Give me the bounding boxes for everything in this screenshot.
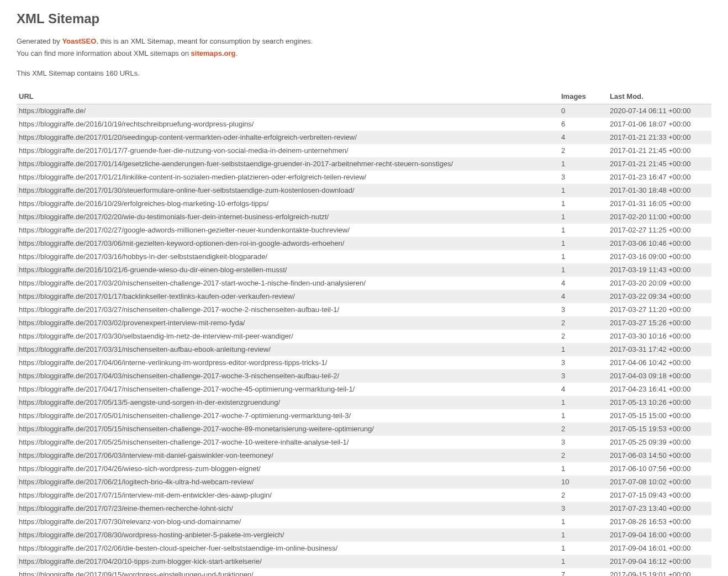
- sitemap-url-link[interactable]: https://bloggiraffe.de/2017/04/20/10-tip…: [19, 557, 262, 566]
- table-row: https://bloggiraffe.de/2017/04/20/10-tip…: [17, 555, 711, 568]
- table-row: https://bloggiraffe.de/2017/06/21/logite…: [17, 475, 711, 489]
- images-cell: 2: [559, 422, 608, 436]
- sitemap-table: URL Images Last Mod. https://bloggiraffe…: [17, 89, 711, 576]
- lastmod-cell: 2017-02-27 11:25 +00:00: [608, 224, 711, 237]
- table-row: https://bloggiraffe.de/2017/01/21/linkil…: [17, 171, 711, 184]
- images-cell: 1: [559, 197, 608, 210]
- table-row: https://bloggiraffe.de/2017/04/06/intern…: [17, 356, 711, 369]
- col-lastmod: Last Mod.: [608, 89, 711, 104]
- sitemap-url-link[interactable]: https://bloggiraffe.de/2016/10/29/erfolg…: [19, 199, 268, 208]
- images-cell: 7: [559, 568, 608, 576]
- sitemap-url-link[interactable]: https://bloggiraffe.de/2017/01/30/steuer…: [19, 186, 355, 194]
- sitemap-url-link[interactable]: https://bloggiraffe.de/2017/03/20/nische…: [19, 279, 366, 287]
- sitemap-url-link[interactable]: https://bloggiraffe.de/2017/06/03/interv…: [19, 451, 273, 459]
- lastmod-cell: 2017-01-31 16:05 +00:00: [608, 197, 711, 210]
- intro-prefix: Generated by: [17, 37, 62, 45]
- sitemap-url-link[interactable]: https://bloggiraffe.de/2017/03/06/mit-ge…: [19, 239, 344, 247]
- sitemap-url-link[interactable]: https://bloggiraffe.de/2017/07/23/eine-t…: [19, 504, 233, 512]
- sitemap-url-link[interactable]: https://bloggiraffe.de/2017/02/06/die-be…: [19, 544, 337, 552]
- sitemap-url-link[interactable]: https://bloggiraffe.de/2017/06/21/logite…: [19, 478, 254, 486]
- sitemap-url-link[interactable]: https://bloggiraffe.de/2017/04/06/intern…: [19, 358, 327, 367]
- images-cell: 1: [559, 396, 608, 409]
- lastmod-cell: 2017-01-30 18:48 +00:00: [608, 184, 711, 197]
- table-row: https://bloggiraffe.de/2017/01/14/gesetz…: [17, 157, 711, 171]
- images-cell: 3: [559, 356, 608, 369]
- lastmod-cell: 2017-01-21 21:45 +00:00: [608, 157, 711, 171]
- lastmod-cell: 2017-01-21 21:33 +00:00: [608, 131, 711, 144]
- images-cell: 3: [559, 436, 608, 449]
- lastmod-cell: 2017-05-25 09:39 +00:00: [608, 436, 711, 449]
- sitemap-url-link[interactable]: https://bloggiraffe.de/2017/03/27/nische…: [19, 305, 339, 314]
- table-row: https://bloggiraffe.de/2017/05/15/nische…: [17, 422, 711, 436]
- table-row: https://bloggiraffe.de/2017/04/03/nische…: [17, 369, 711, 383]
- table-row: https://bloggiraffe.de/2017/02/20/wie-du…: [17, 210, 711, 224]
- table-row: https://bloggiraffe.de/2017/03/20/nische…: [17, 277, 711, 290]
- sitemaps-org-link[interactable]: sitemaps.org: [191, 49, 236, 57]
- sitemap-url-link[interactable]: https://bloggiraffe.de/2017/05/01/nische…: [19, 411, 351, 420]
- lastmod-cell: 2017-02-20 11:00 +00:00: [608, 210, 711, 224]
- lastmod-cell: 2017-09-15 19:01 +00:00: [608, 568, 711, 576]
- sitemap-url-link[interactable]: https://bloggiraffe.de/2017/01/17/7-grue…: [19, 146, 349, 155]
- sitemap-url-link[interactable]: https://bloggiraffe.de/2017/04/03/nische…: [19, 372, 339, 380]
- lastmod-cell: 2017-05-13 10:26 +00:00: [608, 396, 711, 409]
- table-row: https://bloggiraffe.de/2017/03/06/mit-ge…: [17, 237, 711, 250]
- lastmod-cell: 2017-09-04 16:01 +00:00: [608, 542, 711, 555]
- sitemap-url-link[interactable]: https://bloggiraffe.de/2017/05/15/nische…: [19, 425, 374, 433]
- images-cell: 0: [559, 104, 608, 118]
- lastmod-cell: 2017-05-15 15:00 +00:00: [608, 409, 711, 422]
- lastmod-cell: 2017-08-26 16:53 +00:00: [608, 515, 711, 529]
- sitemap-url-link[interactable]: https://bloggiraffe.de/2017/07/30/releva…: [19, 517, 241, 526]
- table-row: https://bloggiraffe.de/2017/01/30/steuer…: [17, 184, 711, 197]
- table-row: https://bloggiraffe.de/2016/10/29/erfolg…: [17, 197, 711, 210]
- sitemap-url-link[interactable]: https://bloggiraffe.de/2017/09/15/wordpr…: [19, 570, 254, 576]
- table-row: https://bloggiraffe.de/2017/03/30/selbst…: [17, 330, 711, 343]
- lastmod-cell: 2017-03-06 10:46 +00:00: [608, 237, 711, 250]
- sitemap-url-link[interactable]: https://bloggiraffe.de/2017/03/02/proven…: [19, 319, 245, 327]
- images-cell: 1: [559, 409, 608, 422]
- intro-line1-rest: , this is an XML Sitemap, meant for cons…: [96, 37, 313, 45]
- images-cell: 3: [559, 369, 608, 383]
- sitemap-url-link[interactable]: https://bloggiraffe.de/: [19, 107, 86, 115]
- lastmod-cell: 2017-03-16 09:00 +00:00: [608, 250, 711, 263]
- sitemap-url-link[interactable]: https://bloggiraffe.de/2017/05/13/5-aeng…: [19, 398, 280, 406]
- lastmod-cell: 2017-03-19 11:43 +00:00: [608, 263, 711, 277]
- table-row: https://bloggiraffe.de/2017/05/13/5-aeng…: [17, 396, 711, 409]
- lastmod-cell: 2017-07-23 13:40 +00:00: [608, 502, 711, 515]
- lastmod-cell: 2017-03-22 09:34 +00:00: [608, 290, 711, 303]
- sitemap-url-link[interactable]: https://bloggiraffe.de/2017/04/17/nische…: [19, 385, 355, 393]
- table-row: https://bloggiraffe.de/2017/07/15/interv…: [17, 489, 711, 502]
- sitemap-url-link[interactable]: https://bloggiraffe.de/2017/01/17/backli…: [19, 292, 295, 300]
- sitemap-url-link[interactable]: https://bloggiraffe.de/2017/05/25/nische…: [19, 438, 349, 446]
- sitemap-url-link[interactable]: https://bloggiraffe.de/2017/01/21/linkil…: [19, 173, 366, 181]
- table-row: https://bloggiraffe.de/2017/03/16/hobbys…: [17, 250, 711, 263]
- intro-line-2: You can find more information about XML …: [17, 49, 711, 59]
- sitemap-url-link[interactable]: https://bloggiraffe.de/2017/08/30/wordpr…: [19, 531, 284, 539]
- table-row: https://bloggiraffe.de/2017/03/27/nische…: [17, 303, 711, 316]
- table-row: https://bloggiraffe.de/2016/10/19/rechts…: [17, 118, 711, 131]
- lastmod-cell: 2017-04-06 10:42 +00:00: [608, 356, 711, 369]
- images-cell: 4: [559, 277, 608, 290]
- lastmod-cell: 2017-09-04 16:12 +00:00: [608, 555, 711, 568]
- sitemap-url-link[interactable]: https://bloggiraffe.de/2017/03/31/nische…: [19, 345, 271, 353]
- lastmod-cell: 2017-01-23 16:47 +00:00: [608, 171, 711, 184]
- col-url: URL: [17, 89, 559, 104]
- sitemap-url-link[interactable]: https://bloggiraffe.de/2017/04/26/wieso-…: [19, 464, 261, 473]
- images-cell: 10: [559, 475, 608, 489]
- lastmod-cell: 2017-06-03 14:50 +00:00: [608, 449, 711, 462]
- sitemap-url-link[interactable]: https://bloggiraffe.de/2016/10/21/6-grue…: [19, 266, 287, 274]
- lastmod-cell: 2017-03-30 10:16 +00:00: [608, 330, 711, 343]
- sitemap-url-link[interactable]: https://bloggiraffe.de/2017/03/16/hobbys…: [19, 252, 267, 261]
- sitemap-url-link[interactable]: https://bloggiraffe.de/2017/02/27/google…: [19, 226, 350, 234]
- table-row: https://bloggiraffe.de/2017/08/30/wordpr…: [17, 529, 711, 542]
- table-row: https://bloggiraffe.de/2017/03/02/proven…: [17, 316, 711, 330]
- sitemap-url-link[interactable]: https://bloggiraffe.de/2017/07/15/interv…: [19, 491, 272, 499]
- images-cell: 1: [559, 515, 608, 529]
- sitemap-url-link[interactable]: https://bloggiraffe.de/2017/02/20/wie-du…: [19, 213, 329, 221]
- sitemap-url-link[interactable]: https://bloggiraffe.de/2016/10/19/rechts…: [19, 120, 254, 128]
- table-row: https://bloggiraffe.de/2017/04/26/wieso-…: [17, 462, 711, 475]
- intro-line2b: .: [235, 49, 238, 57]
- sitemap-url-link[interactable]: https://bloggiraffe.de/2017/01/20/seedin…: [19, 133, 357, 141]
- sitemap-url-link[interactable]: https://bloggiraffe.de/2017/03/30/selbst…: [19, 332, 293, 340]
- sitemap-url-link[interactable]: https://bloggiraffe.de/2017/01/14/gesetz…: [19, 160, 453, 168]
- yoast-link[interactable]: YoastSEO: [62, 37, 96, 45]
